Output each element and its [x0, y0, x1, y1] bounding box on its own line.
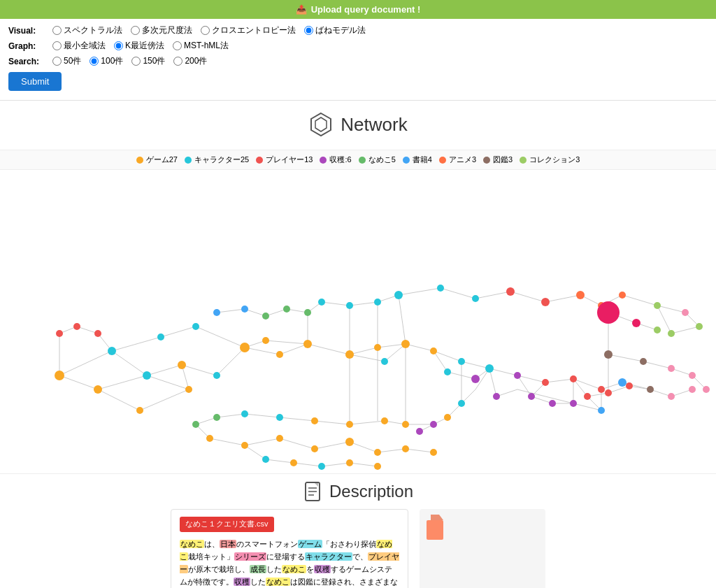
legend-label-0: ゲーム27: [146, 155, 178, 165]
legend-item-6: アニメ3: [439, 155, 476, 165]
graph-option-2[interactable]: MST-hML法: [173, 40, 229, 52]
graph-option-0[interactable]: 最小全域法: [52, 40, 106, 52]
search-option-0[interactable]: 50件: [52, 55, 81, 67]
svg-point-128: [240, 343, 250, 352]
svg-point-190: [689, 372, 696, 379]
legend-label-4: なめこ5: [368, 155, 396, 165]
svg-line-3: [59, 351, 112, 375]
svg-marker-1: [315, 117, 327, 131]
svg-point-127: [185, 386, 192, 393]
svg-line-8: [147, 365, 182, 375]
svg-point-159: [506, 287, 515, 296]
svg-point-197: [311, 445, 318, 452]
svg-point-142: [143, 371, 151, 380]
svg-point-186: [668, 330, 675, 337]
legend-dot-3: [320, 157, 327, 164]
svg-point-165: [493, 393, 500, 400]
svg-point-189: [668, 365, 675, 372]
highlight-nameko2: なめこ: [180, 540, 392, 561]
svg-line-65: [315, 442, 350, 449]
description-card: なめこ１クエリ文書.csv なめこは、日本のスマートフォンゲーム「おさわり探偵な…: [171, 509, 408, 588]
svg-point-185: [654, 302, 661, 309]
submit-row: Submit: [8, 71, 708, 91]
description-placeholder: [420, 509, 545, 588]
visual-row: Visual: スペクトラル法 多次元尺度法 クロスエントロピー法 ばねモデル法: [8, 24, 708, 36]
svg-line-9: [147, 375, 189, 389]
graph-options: 最小全域法 K最近傍法 MST-hML法: [52, 40, 229, 52]
svg-point-150: [437, 285, 444, 292]
graph-option-1[interactable]: K最近傍法: [114, 40, 164, 52]
svg-marker-224: [431, 515, 443, 520]
svg-point-166: [514, 372, 521, 379]
svg-line-62: [210, 438, 245, 445]
legend-label-7: 図鑑3: [493, 155, 513, 165]
svg-rect-223: [427, 520, 443, 540]
svg-line-63: [245, 438, 280, 445]
svg-line-14: [182, 365, 217, 375]
highlight-series: シリーズ: [234, 552, 266, 561]
legend-label-2: プレイヤー13: [266, 155, 313, 165]
visual-options: スペクトラル法 多次元尺度法 クロスエントロピー法 ばねモデル法: [52, 24, 366, 36]
visual-option-1[interactable]: 多次元尺度法: [131, 24, 192, 36]
svg-point-133: [374, 344, 381, 351]
svg-point-123: [55, 371, 64, 380]
network-svg: [0, 173, 716, 473]
svg-line-77: [245, 414, 280, 417]
svg-point-125: [136, 407, 143, 414]
svg-point-149: [394, 291, 403, 299]
legend-item-3: 収穫:6: [320, 155, 351, 165]
svg-line-106: [399, 295, 406, 344]
desc-card-body: なめこは、日本のスマートフォンゲーム「おさわり探偵なめこ栽培キット」シリーズに登…: [180, 538, 399, 588]
graph-row: Graph: 最小全域法 K最近傍法 MST-hML法: [8, 40, 708, 52]
svg-point-173: [192, 421, 199, 428]
svg-line-16: [245, 347, 280, 354]
search-option-3[interactable]: 200件: [173, 55, 207, 67]
svg-line-79: [315, 421, 350, 424]
svg-line-21: [350, 347, 378, 354]
search-option-1[interactable]: 100件: [90, 55, 123, 67]
legend-label-3: 収穫:6: [329, 155, 351, 165]
submit-button[interactable]: Submit: [8, 72, 62, 91]
svg-line-67: [378, 449, 406, 452]
svg-line-42: [489, 368, 517, 375]
svg-point-182: [604, 350, 613, 359]
svg-line-34: [657, 306, 685, 313]
svg-point-168: [549, 400, 556, 407]
svg-point-202: [262, 456, 269, 463]
svg-line-78: [280, 417, 315, 421]
visual-option-3[interactable]: ばねモデル法: [304, 24, 366, 36]
visual-option-2[interactable]: クロスエントロピー法: [201, 24, 296, 36]
svg-line-82: [434, 351, 461, 361]
graph-label: Graph:: [8, 41, 47, 51]
legend-item-5: 書籍4: [403, 155, 432, 165]
description-title-text: Description: [329, 482, 413, 501]
upload-banner[interactable]: 📤 Upload query document !: [0, 0, 716, 19]
search-option-2[interactable]: 150件: [131, 55, 165, 67]
svg-point-188: [682, 309, 689, 316]
svg-line-23: [406, 344, 434, 351]
svg-point-153: [485, 364, 494, 373]
svg-point-158: [94, 330, 101, 337]
upload-icon: 📤: [296, 4, 307, 15]
network-title-row: Network: [0, 112, 716, 137]
svg-point-187: [696, 323, 703, 330]
svg-point-162: [570, 375, 577, 382]
svg-line-20: [308, 344, 350, 354]
svg-point-177: [598, 407, 605, 414]
legend-dot-1: [185, 157, 192, 164]
svg-point-138: [290, 459, 297, 466]
svg-line-10: [140, 389, 189, 410]
legend-dot-4: [359, 157, 366, 164]
visual-option-0[interactable]: スペクトラル法: [52, 24, 122, 36]
svg-line-33: [622, 295, 657, 306]
svg-line-96: [350, 302, 378, 306]
svg-line-50: [489, 368, 496, 396]
legend-item-8: コレクション3: [520, 155, 580, 165]
svg-point-135: [430, 347, 437, 354]
network-title-text: Network: [341, 114, 407, 136]
svg-point-154: [381, 358, 388, 365]
svg-point-144: [192, 323, 199, 330]
description-section: Description なめこ１クエリ文書.csv なめこは、日本のスマートフォ…: [0, 473, 716, 588]
highlight-nameko4: なめこ: [266, 578, 290, 586]
svg-point-156: [56, 330, 63, 337]
